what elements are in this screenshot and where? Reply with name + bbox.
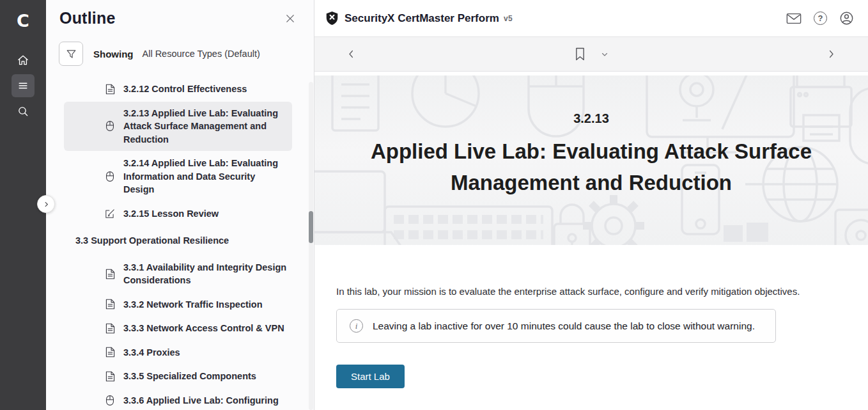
outline-item-3-3-3[interactable]: 3.3.3 Network Access Control & VPN xyxy=(64,317,292,340)
lesson-banner: 3.2.13 Applied Live Lab: Evaluating Atta… xyxy=(314,75,868,245)
outline-item-label: 3.3.2 Network Traffic Inspection xyxy=(123,298,288,311)
mouse-icon xyxy=(104,395,116,406)
outline-item-3-3-1[interactable]: 3.3.1 Availability and Integrity Design … xyxy=(64,256,292,292)
outline-item-3-2-13-active[interactable]: 3.2.13 Applied Live Lab: Evaluating Atta… xyxy=(64,102,292,152)
outline-section-3-3[interactable]: 3.3 Support Operational Resilience xyxy=(75,232,292,250)
outline-scrollbar-track[interactable] xyxy=(309,82,313,410)
app-version-badge: v5 xyxy=(504,14,513,23)
home-icon xyxy=(17,54,29,67)
inactivity-warning-alert: i Leaving a lab inactive for over 10 min… xyxy=(336,309,776,343)
outline-panel: Outline Showing All Resource Types (Defa… xyxy=(46,0,314,410)
main-area: SecurityX CertMaster Perform v5 ? xyxy=(314,0,868,410)
outline-item-label: 3.2.13 Applied Live Lab: Evaluating Atta… xyxy=(123,107,288,146)
outline-item-list: 3.2.12 Control Effectiveness 3.2.13 Appl… xyxy=(46,77,314,410)
app-title: SecurityX CertMaster Perform xyxy=(345,12,499,25)
info-icon: i xyxy=(350,319,363,333)
bookmark-control xyxy=(572,45,611,63)
outline-item-3-3-2[interactable]: 3.3.2 Network Traffic Inspection xyxy=(64,293,292,317)
document-icon xyxy=(104,269,116,280)
comptia-logo[interactable]: C xyxy=(17,6,29,35)
inactivity-warning-text: Leaving a lab inactive for over 10 minut… xyxy=(373,320,755,332)
next-lesson-button[interactable] xyxy=(824,47,839,61)
start-lab-button[interactable]: Start Lab xyxy=(336,365,405,388)
outline-item-label: 3.3.3 Network Access Control & VPN xyxy=(123,322,288,335)
outline-item-3-3-6[interactable]: 3.3.6 Applied Live Lab: Configuring xyxy=(64,389,292,410)
document-icon xyxy=(104,371,116,382)
filter-value[interactable]: All Resource Types (Default) xyxy=(143,49,260,59)
search-icon xyxy=(17,105,29,118)
mouse-icon xyxy=(104,120,116,132)
outline-item-label: 3.2.15 Lesson Review xyxy=(123,207,288,221)
document-icon xyxy=(104,347,116,358)
outline-close-button[interactable] xyxy=(282,10,298,27)
outline-item-3-2-15[interactable]: 3.2.15 Lesson Review xyxy=(64,202,292,226)
mail-icon[interactable] xyxy=(786,12,802,25)
outline-item-3-3-5[interactable]: 3.3.5 Specialized Components xyxy=(64,365,292,388)
lesson-number: 3.2.13 xyxy=(314,111,868,126)
search-button[interactable] xyxy=(12,100,35,123)
outline-item-3-3-4[interactable]: 3.3.4 Proxies xyxy=(64,341,292,365)
outline-item-label: 3.2.12 Control Effectiveness xyxy=(123,83,288,96)
header-actions: ? xyxy=(786,11,854,26)
chevron-right-icon xyxy=(826,49,836,59)
bookmark-icon xyxy=(575,47,585,61)
document-icon xyxy=(104,299,116,310)
lesson-content: In this lab, your mission is to evaluate… xyxy=(314,245,868,388)
lesson-toolbar xyxy=(314,37,868,72)
close-icon xyxy=(284,13,296,24)
previous-lesson-button[interactable] xyxy=(344,47,359,61)
mouse-icon xyxy=(104,171,116,182)
outline-item-label: 3.2.14 Applied Live Lab: Evaluating Info… xyxy=(123,157,288,196)
outline-toggle-button[interactable] xyxy=(12,74,35,97)
outline-panel-title: Outline xyxy=(59,9,116,28)
edit-icon xyxy=(104,209,116,219)
filter-button[interactable] xyxy=(59,42,83,66)
help-icon[interactable]: ? xyxy=(814,12,827,25)
outline-item-label: 3.3.1 Availability and Integrity Design … xyxy=(123,261,288,287)
outline-section-label: 3.3 Support Operational Resilience xyxy=(75,235,229,246)
showing-label: Showing xyxy=(93,49,134,59)
chevron-down-icon xyxy=(601,51,608,58)
panel-collapse-button[interactable] xyxy=(37,195,55,213)
lesson-title: Applied Live Lab: Evaluating Attack Surf… xyxy=(355,136,828,198)
app-header: SecurityX CertMaster Perform v5 ? xyxy=(314,0,868,37)
outline-item-3-2-12[interactable]: 3.2.12 Control Effectiveness xyxy=(64,77,292,101)
outline-item-3-2-14[interactable]: 3.2.14 Applied Live Lab: Evaluating Info… xyxy=(64,152,292,201)
lesson-intro-text: In this lab, your mission is to evaluate… xyxy=(336,286,846,297)
bookmark-button[interactable] xyxy=(572,45,588,63)
securityx-shield-icon xyxy=(325,11,339,26)
home-button[interactable] xyxy=(12,49,35,72)
outline-item-label: 3.3.6 Applied Live Lab: Configuring xyxy=(123,394,288,407)
chevron-right-icon xyxy=(43,201,50,208)
filter-funnel-icon xyxy=(65,48,77,60)
document-icon xyxy=(104,323,116,334)
outline-item-label: 3.3.5 Specialized Components xyxy=(123,370,288,383)
document-icon xyxy=(104,84,116,95)
outline-item-label: 3.3.4 Proxies xyxy=(123,346,288,359)
account-icon[interactable] xyxy=(839,11,854,26)
bookmark-menu-button[interactable] xyxy=(598,48,611,61)
outline-scrollbar-thumb[interactable] xyxy=(309,211,313,243)
outline-filter-row: Showing All Resource Types (Default) xyxy=(59,42,314,66)
chevron-left-icon xyxy=(346,49,356,59)
outline-list-icon xyxy=(17,79,29,92)
rail-nav xyxy=(12,49,35,123)
